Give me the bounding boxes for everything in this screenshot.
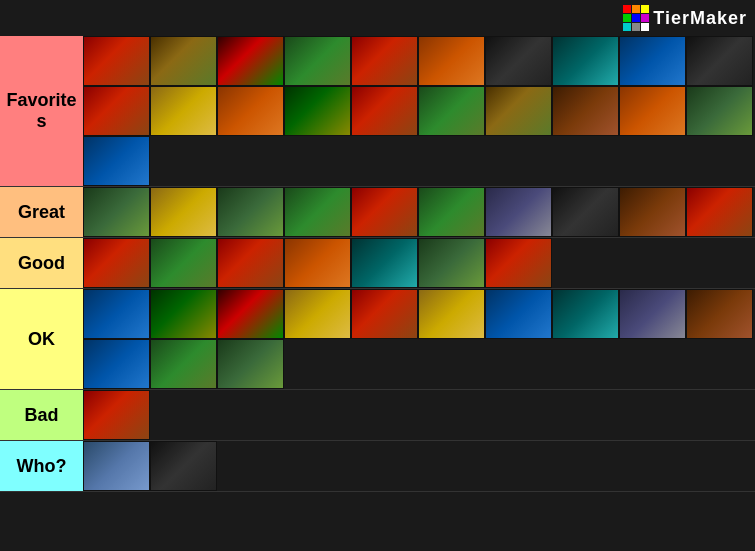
tier-label-favorites: Favorites: [0, 36, 83, 186]
image-thumb: [84, 239, 149, 287]
image-thumb: [419, 87, 484, 135]
image-thumb: [486, 37, 551, 85]
list-item: [284, 36, 351, 86]
logo-cell-6: [641, 14, 649, 22]
list-item: [284, 289, 351, 339]
tier-row-good: Good: [0, 238, 755, 289]
list-item: [351, 187, 418, 237]
image-thumb: [151, 37, 216, 85]
list-item: [552, 289, 619, 339]
tiers-wrapper: Favorites: [0, 36, 755, 551]
tier-label-who: Who?: [0, 441, 83, 491]
list-item: [284, 187, 351, 237]
tier-row-who: Who?: [0, 441, 755, 492]
image-thumb: [620, 290, 685, 338]
logo-cell-5: [632, 14, 640, 22]
list-item: [552, 187, 619, 237]
image-thumb: [151, 188, 216, 236]
list-item: [485, 187, 552, 237]
image-thumb: [486, 290, 551, 338]
image-thumb: [285, 37, 350, 85]
tiermaker-logo: TierMaker: [623, 5, 747, 31]
tier-row-favorites: Favorites: [0, 36, 755, 187]
tier-label-good: Good: [0, 238, 83, 288]
logo-cell-4: [623, 14, 631, 22]
logo-cell-9: [641, 23, 649, 31]
image-thumb: [151, 290, 216, 338]
tier-row-ok: OK: [0, 289, 755, 390]
list-item: [217, 187, 284, 237]
list-item: [150, 339, 217, 389]
image-thumb: [84, 391, 149, 439]
list-item: [351, 238, 418, 288]
image-thumb: [151, 340, 216, 388]
list-item: [284, 86, 351, 136]
image-thumb: [218, 188, 283, 236]
list-item: [351, 36, 418, 86]
image-thumb: [352, 239, 417, 287]
image-thumb: [84, 442, 149, 490]
image-thumb: [285, 188, 350, 236]
image-thumb: [84, 37, 149, 85]
image-thumb: [151, 239, 216, 287]
list-item: [217, 36, 284, 86]
image-thumb: [84, 340, 149, 388]
tier-images-who: [83, 441, 755, 491]
image-thumb: [285, 87, 350, 135]
list-item: [418, 289, 485, 339]
list-item: [485, 289, 552, 339]
list-item: [217, 86, 284, 136]
list-item: [686, 86, 753, 136]
image-thumb: [352, 188, 417, 236]
list-item: [83, 136, 150, 186]
list-item: [619, 289, 686, 339]
logo-cell-3: [641, 5, 649, 13]
list-item: [418, 187, 485, 237]
tier-label-ok: OK: [0, 289, 83, 389]
list-item: [150, 86, 217, 136]
logo-grid: [623, 5, 649, 31]
image-thumb: [419, 37, 484, 85]
tiermaker-container: TierMaker Favorites: [0, 0, 755, 551]
list-item: [150, 289, 217, 339]
image-thumb: [553, 188, 618, 236]
list-item: [552, 86, 619, 136]
list-item: [217, 289, 284, 339]
image-thumb: [218, 87, 283, 135]
logo-text: TierMaker: [653, 8, 747, 29]
list-item: [351, 289, 418, 339]
header: TierMaker: [0, 0, 755, 36]
image-thumb: [84, 87, 149, 135]
list-item: [150, 441, 217, 491]
list-item: [150, 36, 217, 86]
list-item: [418, 36, 485, 86]
list-item: [619, 187, 686, 237]
image-thumb: [553, 290, 618, 338]
list-item: [686, 187, 753, 237]
image-thumb: [151, 442, 216, 490]
list-item: [83, 187, 150, 237]
list-item: [83, 238, 150, 288]
tier-row-bad: Bad: [0, 390, 755, 441]
list-item: [150, 238, 217, 288]
logo-cell-7: [623, 23, 631, 31]
list-item: [83, 441, 150, 491]
image-thumb: [218, 37, 283, 85]
list-item: [217, 339, 284, 389]
list-item: [619, 36, 686, 86]
list-item: [150, 187, 217, 237]
image-thumb: [352, 37, 417, 85]
image-thumb: [84, 137, 149, 185]
list-item: [217, 238, 284, 288]
list-item: [619, 86, 686, 136]
image-thumb: [84, 290, 149, 338]
list-item: [351, 86, 418, 136]
list-item: [485, 86, 552, 136]
image-thumb: [620, 188, 685, 236]
image-thumb: [218, 239, 283, 287]
tier-label-bad: Bad: [0, 390, 83, 440]
list-item: [83, 36, 150, 86]
tier-images-great: [83, 187, 755, 237]
logo-cell-8: [632, 23, 640, 31]
list-item: [83, 339, 150, 389]
